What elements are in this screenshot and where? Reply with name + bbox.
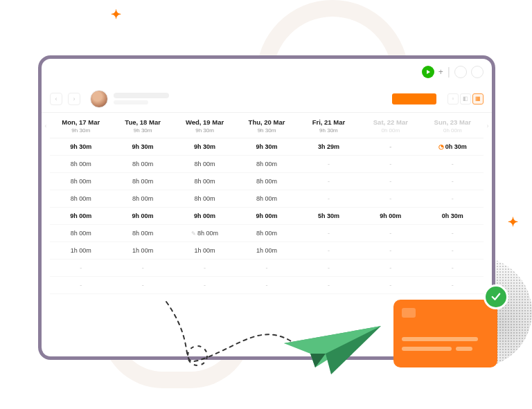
time-cell[interactable]: 8h 00m — [50, 225, 112, 242]
time-cell[interactable]: - — [298, 277, 360, 294]
view-toggle: ▫ ◧ ▦ — [447, 93, 484, 104]
time-cell[interactable]: - — [422, 225, 484, 242]
time-cell[interactable]: 9h 00m — [112, 208, 173, 225]
row-edge — [484, 242, 492, 260]
row-edge — [42, 208, 50, 225]
action-button[interactable] — [392, 93, 436, 104]
time-cell[interactable]: 8h 00m — [236, 225, 297, 242]
time-cell[interactable]: 3h 29m — [298, 138, 360, 156]
time-cell[interactable]: - — [360, 260, 421, 277]
time-cell[interactable]: 1h 00m — [112, 242, 173, 260]
time-cell[interactable]: 0h 30m — [422, 208, 484, 225]
sparkle-icon: ✦ — [111, 7, 121, 22]
time-cell[interactable]: - — [298, 190, 360, 208]
add-icon[interactable]: + — [438, 67, 443, 77]
play-button[interactable] — [422, 66, 434, 78]
time-cell[interactable]: - — [360, 242, 421, 260]
time-cell[interactable]: 8h 00m — [174, 156, 236, 173]
column-header: Fri, 21 Mar9h 30m — [298, 113, 360, 138]
time-cell[interactable]: 9h 30m — [236, 138, 297, 156]
tool-button[interactable] — [471, 66, 484, 78]
time-cell[interactable]: - — [236, 260, 297, 277]
time-cell[interactable]: - — [50, 260, 112, 277]
prev-icon[interactable]: ‹ — [42, 113, 50, 138]
prev-week-button[interactable]: ‹ — [50, 93, 62, 105]
row-edge — [42, 138, 50, 156]
time-cell[interactable]: 9h 30m — [112, 138, 173, 156]
time-cell[interactable]: - — [422, 277, 484, 294]
row-edge — [484, 138, 492, 156]
time-cell[interactable]: 1h 00m — [236, 242, 297, 260]
time-cell[interactable]: 1h 00m — [174, 242, 236, 260]
topbar: + | — [42, 59, 492, 85]
time-cell[interactable]: - — [236, 277, 297, 294]
row-edge — [484, 156, 492, 173]
time-cell[interactable]: 8h 00m — [112, 173, 173, 190]
time-cell[interactable]: - — [422, 156, 484, 173]
time-cell[interactable]: - — [360, 156, 421, 173]
time-cell[interactable]: 5h 30m — [298, 208, 360, 225]
row-edge — [42, 156, 50, 173]
time-cell[interactable]: - — [174, 277, 236, 294]
column-header: Sun, 23 Mar0h 00m — [422, 113, 484, 138]
time-cell[interactable]: - — [298, 260, 360, 277]
time-cell[interactable]: - — [298, 225, 360, 242]
time-cell[interactable]: - — [422, 190, 484, 208]
time-cell[interactable]: 8h 00m — [236, 190, 297, 208]
row-edge — [42, 242, 50, 260]
time-cell[interactable]: 8h 00m — [112, 225, 173, 242]
time-cell[interactable]: - — [422, 173, 484, 190]
time-cell[interactable]: - — [360, 138, 421, 156]
view-option[interactable]: ◧ — [460, 93, 471, 104]
time-cell[interactable]: 8h 00m — [50, 190, 112, 208]
time-cell[interactable]: - — [360, 277, 421, 294]
time-cell[interactable]: 8h 00m — [236, 173, 297, 190]
time-cell[interactable]: - — [112, 260, 173, 277]
time-cell[interactable]: - — [360, 173, 421, 190]
time-cell[interactable]: ✎8h 00m — [174, 225, 236, 242]
next-week-button[interactable]: › — [68, 93, 80, 105]
next-icon[interactable]: › — [484, 113, 492, 138]
card-chip-icon — [402, 308, 416, 318]
time-cell[interactable]: 8h 00m — [174, 173, 236, 190]
time-cell[interactable]: 9h 00m — [50, 208, 112, 225]
day-label: Mon, 17 Mar — [51, 118, 110, 126]
view-option[interactable]: ▫ — [447, 93, 459, 104]
time-cell[interactable]: - — [298, 173, 360, 190]
time-cell[interactable]: 1h 00m — [50, 242, 112, 260]
time-cell[interactable]: - — [174, 260, 236, 277]
time-cell[interactable]: - — [422, 242, 484, 260]
time-cell[interactable]: - — [360, 225, 421, 242]
time-cell[interactable]: 8h 00m — [236, 156, 297, 173]
time-cell[interactable]: 9h 00m — [174, 208, 236, 225]
column-header: Mon, 17 Mar9h 30m — [50, 113, 112, 138]
time-cell[interactable]: 8h 00m — [50, 156, 112, 173]
time-cell[interactable]: 9h 00m — [236, 208, 297, 225]
day-total: 9h 30m — [113, 127, 172, 134]
time-cell[interactable]: - — [360, 190, 421, 208]
time-cell[interactable]: ◔0h 30m — [422, 138, 484, 156]
day-label: Tue, 18 Mar — [113, 118, 172, 126]
time-cell[interactable]: 8h 00m — [50, 173, 112, 190]
time-cell[interactable]: 8h 00m — [174, 190, 236, 208]
day-label: Wed, 19 Mar — [175, 118, 234, 126]
success-check-icon — [484, 284, 508, 309]
paper-plane-icon — [277, 305, 388, 381]
time-cell[interactable]: - — [298, 242, 360, 260]
time-cell[interactable]: 8h 00m — [112, 156, 173, 173]
tool-button[interactable] — [454, 66, 467, 78]
time-cell[interactable]: - — [112, 277, 173, 294]
row-edge — [484, 190, 492, 208]
view-option-active[interactable]: ▦ — [472, 93, 484, 104]
time-cell[interactable]: 9h 30m — [174, 138, 236, 156]
time-cell[interactable]: 9h 30m — [50, 138, 112, 156]
time-cell[interactable]: - — [298, 156, 360, 173]
day-label: Thu, 20 Mar — [237, 118, 296, 126]
row-edge — [42, 225, 50, 242]
avatar[interactable] — [90, 90, 108, 108]
time-cell[interactable]: 9h 00m — [360, 208, 421, 225]
time-cell[interactable]: - — [50, 277, 112, 294]
time-cell[interactable]: 8h 00m — [112, 190, 173, 208]
column-header: Tue, 18 Mar9h 30m — [112, 113, 173, 138]
time-cell[interactable]: - — [422, 260, 484, 277]
